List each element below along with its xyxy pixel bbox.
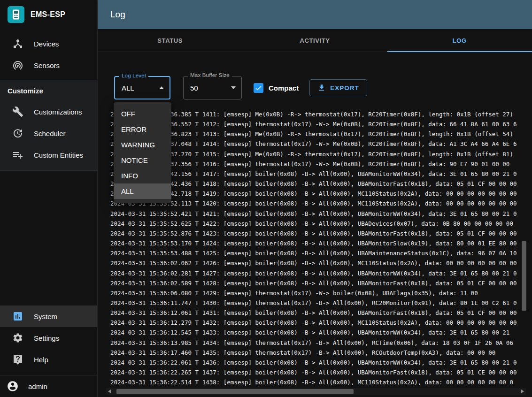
sidebar-item-settings[interactable]: Settings [0,327,97,349]
log-line: 2024-03-31 15:36:12.545 T 1433: [emsesp]… [110,328,532,337]
log-line: 2024-03-31 15:36:17.460 T 1435: [emsesp]… [110,348,532,358]
sidebar-item-customizations[interactable]: Customizations [0,101,97,122]
log-line: 2024-03-31 15:35:53.170 T 1424: [emsesp]… [110,238,532,248]
menu-item-notice[interactable]: NOTICE [114,153,171,168]
sidebar: EMS-ESP Devices Sensors Customize [0,0,98,397]
sidebar-item-label: Devices [34,40,59,48]
log-line: 2024-03-31 15:36:22.061 T 1436: [emsesp]… [110,358,532,367]
sidebar-item-system[interactable]: System [0,305,97,327]
log-line: 2024-03-31 15:35:52.113 T 1420: [emsesp]… [110,198,532,208]
log-line: 2024-03-31 15:36:02.062 T 1426: [emsesp]… [110,258,532,268]
export-button[interactable]: EXPORT [309,79,367,96]
caret-up-icon [159,86,164,89]
menu-item-all[interactable]: ALL [114,183,171,199]
wifi-tethering-icon [12,60,23,71]
tab-bar: STATUS ACTIVITY LOG [98,29,532,52]
sidebar-item-label: Scheduler [34,130,66,137]
boiler-logo-icon [8,6,24,23]
menu-item-error[interactable]: ERROR [114,122,171,137]
user-account-row[interactable]: admin [0,375,97,397]
caret-down-icon [231,86,236,89]
sidebar-item-label: Help [34,356,48,364]
vertical-scrollbar-thumb[interactable] [522,241,526,311]
sidebar-item-devices[interactable]: Devices [0,33,97,54]
log-level-select[interactable]: Log Level ALL [114,76,170,99]
log-line: 2024-03-31 15:35:37.270 T 1415: [emsesp]… [110,149,532,159]
log-line: 2024-03-31 15:36:13.985 T 1434: [emsesp]… [110,338,532,348]
ems-esp-app: EMS-ESP Devices Sensors Customize [0,0,532,397]
page-title: Log [110,9,125,20]
customize-section: Customize Customizations Scheduler Custo… [0,80,97,171]
sidebar-item-label: Sensors [34,61,60,69]
brand-title: EMS-ESP [31,10,65,19]
log-line: 2024-03-31 15:36:12.061 T 1431: [emsesp]… [110,308,532,318]
horizontal-scrollbar[interactable] [106,388,526,395]
export-button-label: EXPORT [330,84,359,92]
compact-checkbox-row: Compact [254,83,299,93]
horizontal-scrollbar-thumb[interactable] [116,389,354,394]
log-line: 2024-03-31 15:35:52.876 T 1423: [emsesp]… [110,229,532,238]
account-circle-icon [7,380,19,392]
log-level-value: ALL [115,84,134,92]
log-line: 2024-03-31 15:35:52.625 T 1422: [emsesp]… [110,219,532,229]
wrench-icon [12,106,23,117]
log-line: 2024-03-31 15:36:06.080 T 1429: [emsesp]… [110,288,532,298]
max-buffer-label: Max Buffer Size [188,72,232,78]
sidebar-spacer [0,171,97,305]
sidebar-nav-bottom: System Settings Help [0,305,97,370]
log-line: 2024-03-31 15:36:02.589 T 1428: [emsesp]… [110,278,532,288]
log-line: 2024-03-31 15:36:02.281 T 1427: [emsesp]… [110,268,532,278]
menu-item-info[interactable]: INFO [114,168,171,183]
customize-section-label: Customize [0,80,97,101]
log-line: 2024-03-31 15:36:22.514 T 1438: [emsesp]… [110,377,532,387]
max-buffer-value: 50 [184,84,198,92]
menu-item-off[interactable]: OFF [114,106,171,122]
compact-checkbox-label: Compact [269,84,299,92]
log-line: 2024-03-31 15:35:37.048 T 1414: [emsesp]… [110,139,532,149]
log-line: 2024-03-31 15:35:37.356 T 1416: [emsesp]… [110,159,532,169]
help-icon [12,354,23,365]
sidebar-item-custom-entities[interactable]: Custom Entities [0,144,97,166]
log-level-menu: OFF ERROR WARNING NOTICE INFO ALL [114,102,171,203]
sidebar-item-scheduler[interactable]: Scheduler [0,122,97,144]
sidebar-item-label: Custom Entities [34,151,83,159]
download-icon [317,84,326,92]
log-line: 2024-03-31 15:35:52.421 T 1421: [emsesp]… [110,209,532,219]
log-line: 2024-03-31 15:36:11.747 T 1430: [emsesp]… [110,298,532,308]
log-line: 2024-03-31 15:35:42.718 T 1419: [emsesp]… [110,189,532,198]
appbar: Log [98,0,532,29]
sidebar-item-label: Customizations [34,108,82,116]
gear-icon [12,332,23,344]
sidebar-item-sensors[interactable]: Sensors [0,54,97,76]
max-buffer-select[interactable]: Max Buffer Size 50 [183,76,242,99]
tab-status[interactable]: STATUS [98,29,242,52]
log-line: 2024-03-31 15:35:36.552 T 1412: [emsesp]… [110,119,532,129]
sidebar-item-label: System [34,313,57,321]
log-level-label: Log Level [119,73,148,78]
bar-chart-icon [12,311,23,322]
log-controls: Log Level ALL Max Buffer Size 50 Compact… [98,52,532,99]
horizontal-scrollbar-track[interactable] [111,388,521,395]
sidebar-nav-main: Devices Sensors [0,29,97,76]
clock-update-icon [12,128,23,139]
tab-activity[interactable]: ACTIVITY [242,29,387,52]
scroll-right-arrow-icon[interactable] [521,389,524,393]
device-hub-icon [12,38,23,49]
log-line: 2024-03-31 15:35:42.436 T 1418: [emsesp]… [110,179,532,189]
log-line: 2024-03-31 15:36:22.265 T 1437: [emsesp]… [110,367,532,377]
tab-log[interactable]: LOG [387,29,532,52]
check-icon [254,84,262,92]
log-line: 2024-03-31 15:35:36.823 T 1413: [emsesp]… [110,129,532,139]
sidebar-header: EMS-ESP [0,0,97,29]
menu-item-warning[interactable]: WARNING [114,137,171,153]
sidebar-item-help[interactable]: Help [0,349,97,370]
user-name: admin [28,382,47,390]
log-line: 2024-03-31 15:35:36.385 T 1411: [emsesp]… [110,109,532,119]
log-line: 2024-03-31 15:35:53.488 T 1425: [emsesp]… [110,248,532,258]
log-line: 2024-03-31 15:35:42.156 T 1417: [emsesp]… [110,169,532,179]
log-line: 2024-03-31 15:36:12.279 T 1432: [emsesp]… [110,318,532,328]
sidebar-item-label: Settings [34,334,59,342]
playlist-add-icon [12,149,23,160]
compact-checkbox[interactable] [254,83,263,93]
